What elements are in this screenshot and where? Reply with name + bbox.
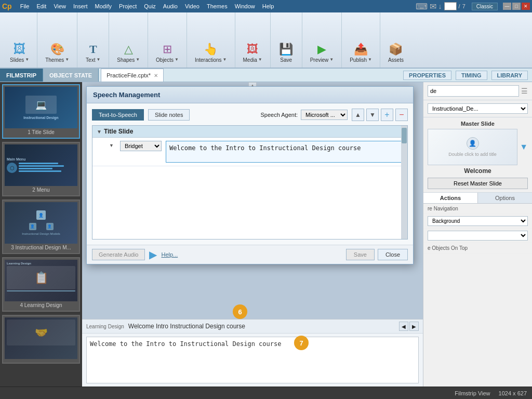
navigation-label: re Navigation: [428, 206, 528, 211]
menu-file[interactable]: File: [17, 2, 33, 10]
filmstrip-panel: 💻 Instructional Design 1 Title Slide Mai…: [0, 82, 82, 387]
text-button[interactable]: T Text ▼: [82, 41, 104, 65]
media-label: Media: [243, 57, 257, 63]
slides-dropdown-arrow: ▼: [25, 57, 29, 62]
text-icon: T: [89, 44, 97, 55]
properties-tab[interactable]: PROPERTIES: [403, 71, 451, 80]
minimize-btn[interactable]: —: [503, 3, 511, 10]
maximize-btn[interactable]: □: [512, 3, 521, 10]
slide-2-item[interactable]: Main Menu ⬡ 2 Menu: [2, 142, 80, 196]
dialog-footer: Generate Audio ▶ Help... Save Close: [87, 245, 413, 264]
media-icon: 🖼: [247, 44, 258, 55]
slide-4-item[interactable]: Learning Design 📋 4 Learning Design: [2, 257, 80, 312]
interactions-label: Interactions: [195, 57, 222, 63]
tree-scrollbar-thumb[interactable]: [402, 128, 407, 143]
ribbon-group-slides: 🖼 Slides ▼: [2, 12, 37, 68]
help-link[interactable]: Help...: [161, 251, 178, 258]
publish-icon: 📤: [354, 44, 368, 55]
background-dropdown[interactable]: Background: [428, 216, 528, 226]
step-6-label: 6: [238, 308, 242, 316]
close-dialog-btn[interactable]: Close: [378, 249, 408, 260]
shapes-button[interactable]: △ Shapes ▼: [113, 41, 143, 65]
ribbon-group-preview: ▶ Preview ▼: [302, 12, 342, 68]
generate-audio-btn[interactable]: Generate Audio: [92, 249, 145, 260]
publish-button[interactable]: 📤 Publish ▼: [346, 41, 376, 65]
file-tab-close[interactable]: ✕: [154, 73, 158, 78]
slide-nav-bar: Learning Design Welcome Intro Instructio…: [82, 320, 423, 334]
secondary-dropdown[interactable]: [428, 231, 528, 241]
play-button[interactable]: ▶: [149, 248, 157, 261]
assets-button[interactable]: 📦 Assets: [384, 41, 407, 65]
nav-up-btn[interactable]: ▲: [352, 109, 364, 121]
template-dropdown[interactable]: Instructional_De...: [428, 103, 528, 114]
menu-quiz[interactable]: Quiz: [141, 2, 159, 10]
tree-title-slide-row[interactable]: ▼ Title Slide: [92, 126, 407, 138]
nav-down-btn[interactable]: ▼: [366, 109, 379, 121]
objects-button[interactable]: ⊞ Objects ▼: [152, 41, 182, 65]
master-slide-thumb[interactable]: 👤 Double click to add title: [428, 129, 517, 165]
view-mode-label: Filmstrip View: [455, 390, 490, 396]
search-options-icon[interactable]: ☰: [521, 87, 528, 95]
filmstrip-tab[interactable]: FILMSTRIP: [0, 69, 43, 82]
preview-icon: ▶: [317, 44, 326, 55]
options-tab[interactable]: Options: [478, 193, 532, 203]
objects-label: Objects: [156, 57, 174, 63]
menu-edit[interactable]: Edit: [33, 2, 49, 10]
media-button[interactable]: 🖼 Media ▼: [240, 41, 266, 65]
timing-tab[interactable]: TIMING: [456, 71, 487, 80]
empty-dropdown-row: [423, 229, 532, 243]
menu-insert[interactable]: Insert: [70, 2, 91, 10]
themes-dropdown-arrow: ▼: [65, 57, 69, 62]
page-number-input[interactable]: 1: [444, 2, 457, 10]
dialog-body: Text-to-Speech Slide notes Speech Agent:…: [87, 103, 413, 245]
step-badge-6: 6: [233, 304, 247, 319]
slide-notes-tab[interactable]: Slide notes: [148, 109, 190, 121]
themes-button[interactable]: 🎨 Themes ▼: [42, 41, 73, 65]
menu-project[interactable]: Project: [116, 2, 140, 10]
actions-tab[interactable]: Actions: [423, 193, 478, 203]
library-tab[interactable]: LIBRARY: [491, 71, 528, 80]
menu-video[interactable]: Video: [182, 2, 203, 10]
slide-prev-arrow[interactable]: ◀: [399, 322, 408, 331]
menu-audio[interactable]: Audio: [160, 2, 181, 10]
interactions-button[interactable]: 👆 Interactions ▼: [191, 41, 231, 65]
layout-mode-btn[interactable]: Classic: [472, 3, 498, 10]
speech-text-area[interactable]: Welcome to the Intro to Instructional De…: [166, 141, 403, 163]
tree-title-slide-label: Title Slide: [104, 128, 403, 135]
nav-remove-btn[interactable]: −: [395, 109, 408, 121]
speech-agent-select[interactable]: Microsoft ...: [301, 110, 348, 120]
voice-select[interactable]: Bridget: [120, 141, 162, 151]
slide-5-item[interactable]: 🤝: [2, 315, 80, 364]
nav-add-btn[interactable]: +: [381, 109, 393, 121]
menu-view[interactable]: View: [50, 2, 69, 10]
panel-action-tabs: Actions Options: [423, 193, 532, 204]
window-controls: — □ ✕: [503, 3, 530, 10]
slide-canvas-bottom: Learning Design Welcome Intro Instructio…: [82, 319, 423, 387]
search-input[interactable]: [428, 85, 519, 97]
close-window-btn[interactable]: ✕: [522, 3, 530, 10]
shapes-icon: △: [124, 44, 133, 55]
slides-button[interactable]: 🖼 Slides ▼: [6, 40, 33, 65]
objects-icon: ⊞: [163, 44, 172, 55]
text-to-speech-tab[interactable]: Text-to-Speech: [92, 109, 144, 121]
slide-nav-arrows: ◀ ▶: [399, 322, 419, 331]
menu-themes[interactable]: Themes: [204, 2, 231, 10]
slide-1-item[interactable]: 💻 Instructional Design 1 Title Slide: [2, 84, 80, 139]
menu-modify[interactable]: Modify: [92, 2, 115, 10]
menu-help[interactable]: Help: [259, 2, 277, 10]
file-tab[interactable]: PracticeFile.cptx* ✕: [101, 69, 164, 82]
right-panel-tabs: PROPERTIES TIMING LIBRARY: [403, 69, 532, 82]
slide-next-arrow[interactable]: ▶: [409, 322, 419, 331]
object-state-tab[interactable]: OBJECT STATE: [43, 69, 99, 82]
save-dialog-btn[interactable]: Save: [346, 249, 375, 260]
reset-master-slide-btn[interactable]: Reset Master Slide: [428, 178, 528, 189]
slide-text-area[interactable]: Welcome to the Intro to Instructional De…: [86, 337, 419, 383]
slide-3-item[interactable]: 👤 👤 👤 Instructional Design Models 3 Inst…: [2, 200, 80, 254]
save-button[interactable]: 💾 Save: [275, 41, 298, 65]
menu-window[interactable]: Window: [232, 2, 258, 10]
master-expand-arrow[interactable]: ▼: [520, 142, 528, 152]
speech-management-dialog: Speech Management Text-to-Speech Slide n…: [86, 86, 414, 264]
slide-4-label: 4 Learning Design: [5, 301, 77, 309]
preview-button[interactable]: ▶ Preview ▼: [307, 41, 338, 65]
tree-scrollbar[interactable]: [401, 126, 407, 239]
